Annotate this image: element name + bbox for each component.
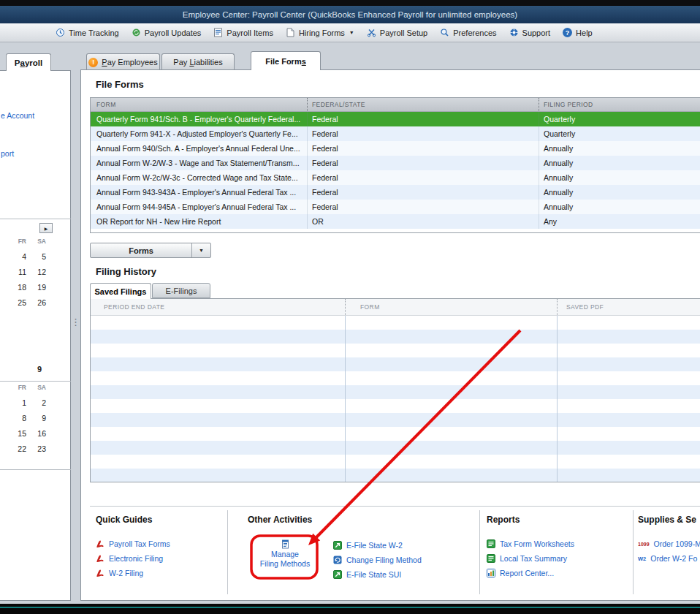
column-header-saved-pdf[interactable]: SAVED PDF	[557, 299, 700, 315]
link-efile-state-sui[interactable]: E-File State SUI	[333, 570, 422, 579]
calendar-day[interactable]: 12	[26, 268, 46, 277]
column-header-period-end-date[interactable]: PERIOD END DATE	[91, 299, 345, 315]
link-local-tax-summary[interactable]: Local Tax Summary	[487, 554, 574, 563]
toolbar-label: Help	[576, 29, 593, 37]
change-filing-method-icon	[333, 556, 342, 564]
calendar-day[interactable]: 25	[7, 298, 26, 308]
toolbar-button-support[interactable]: Support	[509, 28, 551, 37]
hiring-forms-icon	[286, 28, 295, 37]
tab-file-forms[interactable]: File Forms	[251, 51, 321, 70]
forms-dropdown-button[interactable]: Forms ▼	[90, 243, 211, 258]
calendar-week-row: 1112	[7, 268, 50, 277]
calendar-day[interactable]: 9	[26, 414, 46, 423]
mini-calendar-month2: FRSA 12 89 1516 2223	[7, 384, 50, 454]
manage-filing-methods-icon	[281, 539, 290, 549]
link-change-filing-method[interactable]: Change Filing Method	[333, 556, 422, 564]
link-order-w2[interactable]: W2 Order W-2 Fo	[638, 554, 700, 563]
file-form-row[interactable]: OR Report for NH - New Hire ReportORAny	[91, 214, 700, 229]
calendar-week-row: 1516	[7, 429, 50, 439]
efile-icon	[333, 570, 342, 579]
calendar-day[interactable]: 11	[7, 268, 26, 277]
tab-e-filings[interactable]: E-Filings	[152, 283, 210, 298]
calendar-week-row: 12	[7, 398, 50, 408]
file-form-row[interactable]: Quarterly Form 941-X - Adjusted Employer…	[91, 126, 700, 141]
calendar-day[interactable]: 8	[7, 414, 26, 423]
calendar-year-fragment: 9	[37, 365, 42, 374]
supplies-section: Supplies & Se 1099 Order 1099-M W2 Order…	[638, 515, 700, 563]
quick-guides-section: Quick Guides Payroll Tax Forms Electroni…	[96, 515, 170, 577]
file-form-row[interactable]: Annual Form 944-945A - Employer's Annual…	[91, 200, 700, 214]
column-header-form[interactable]: FORM	[91, 98, 307, 111]
window-top-edge	[0, 0, 700, 6]
column-divider	[479, 510, 480, 594]
form-w2-icon: W2	[638, 556, 646, 562]
toolbar-button-hiring-forms[interactable]: Hiring Forms ▼	[286, 28, 354, 37]
calendar-day[interactable]: 2	[26, 398, 46, 408]
calendar-day[interactable]: 15	[7, 429, 26, 439]
calendar-day[interactable]: 1	[7, 398, 26, 408]
other-activities-links: E-File State W-2 Change Filing Method E-…	[333, 541, 422, 579]
filing-history-empty-rows	[91, 316, 700, 482]
calendar-day[interactable]: 26	[26, 298, 46, 308]
payroll-setup-icon	[367, 28, 376, 37]
calendar-day[interactable]: 4	[7, 252, 26, 262]
preferences-icon	[440, 28, 449, 37]
link-efile-state-w2[interactable]: E-File State W-2	[333, 541, 422, 550]
tab-pay-employees[interactable]: ! Pay Employees	[86, 53, 160, 70]
toolbar-button-time-tracking[interactable]: Time Tracking	[56, 28, 119, 37]
file-form-row[interactable]: Annual Form W-2c/W-3c - Corrected Wage a…	[91, 170, 700, 185]
calendar-day[interactable]: 19	[26, 283, 46, 292]
pdf-icon	[96, 569, 104, 577]
file-form-row[interactable]: Annual Form W-2/W-3 - Wage and Tax State…	[91, 156, 700, 170]
tab-pay-liabilities[interactable]: Pay Liabilities	[161, 53, 235, 70]
splitter-dots-icon: ⋮	[71, 317, 80, 327]
quick-guides-heading: Quick Guides	[96, 515, 170, 525]
calendar-day[interactable]: 16	[26, 429, 46, 439]
sidebar-link-report[interactable]: port	[1, 149, 14, 158]
pdf-icon	[96, 539, 104, 548]
pdf-icon	[96, 554, 104, 563]
calendar-next-button[interactable]: ▶	[39, 223, 53, 233]
column-separator	[557, 316, 558, 482]
toolbar-button-payroll-setup[interactable]: Payroll Setup	[367, 28, 427, 37]
calendar-day[interactable]: 22	[7, 444, 26, 454]
column-header-filing-period[interactable]: FILING PERIOD	[539, 98, 700, 111]
sidebar-tab-payroll[interactable]: Payroll	[6, 53, 51, 71]
filing-history-table: PERIOD END DATE FORM SAVED PDF	[90, 298, 700, 482]
tab-saved-filings[interactable]: Saved Filings	[90, 283, 151, 299]
main-panel: File Forms FORM FEDERAL/STATE FILING PER…	[80, 69, 700, 601]
column-header-federal-state[interactable]: FEDERAL/STATE	[307, 98, 539, 111]
toolbar-label: Payroll Setup	[380, 29, 427, 37]
sidebar-link-account[interactable]: e Account	[1, 111, 34, 120]
window-title: Employee Center: Payroll Center (QuickBo…	[183, 10, 517, 19]
file-form-row-selected[interactable]: Quarterly Form 941/Sch. B - Employer's Q…	[91, 112, 700, 126]
window-bottom-edge	[0, 604, 700, 614]
toolbar-button-payroll-updates[interactable]: Payroll Updates	[132, 28, 202, 37]
toolbar-label: Payroll Updates	[145, 29, 202, 37]
link-w2-filing[interactable]: W-2 Filing	[96, 569, 170, 577]
file-form-row[interactable]: Annual Form 940/Sch. A - Employer's Annu…	[91, 141, 700, 156]
file-forms-heading: File Forms	[96, 79, 144, 90]
column-header-form[interactable]: FORM	[345, 299, 557, 315]
calendar-day[interactable]: 5	[26, 252, 46, 262]
link-tax-form-worksheets[interactable]: Tax Form Worksheets	[487, 539, 574, 548]
link-report-center[interactable]: Report Center...	[487, 569, 574, 577]
sidebar-splitter-handle[interactable]: ⋮	[71, 42, 80, 601]
column-divider	[633, 510, 634, 594]
link-manage-filing-methods[interactable]: Manage Filing Methods	[253, 539, 317, 569]
toolbar-label: Preferences	[453, 29, 496, 37]
link-electronic-filing[interactable]: Electronic Filing	[96, 554, 170, 563]
column-separator	[345, 316, 346, 482]
calendar-day[interactable]: 18	[7, 283, 26, 292]
time-tracking-icon	[56, 28, 65, 37]
toolbar-button-preferences[interactable]: Preferences	[440, 28, 496, 37]
support-icon	[509, 28, 519, 37]
file-form-row[interactable]: Annual Form 943-943A - Employer's Annual…	[91, 185, 700, 200]
link-payroll-tax-forms[interactable]: Payroll Tax Forms	[96, 539, 170, 548]
toolbar-button-payroll-items[interactable]: Payroll Items	[213, 28, 273, 37]
link-order-1099[interactable]: 1099 Order 1099-M	[638, 539, 700, 548]
warning-icon: !	[88, 58, 98, 67]
calendar-day[interactable]: 23	[26, 444, 46, 454]
toolbar-button-help[interactable]: ? Help	[563, 28, 593, 37]
icon-toolbar: Time Tracking Payroll Updates Payroll It…	[0, 23, 700, 42]
